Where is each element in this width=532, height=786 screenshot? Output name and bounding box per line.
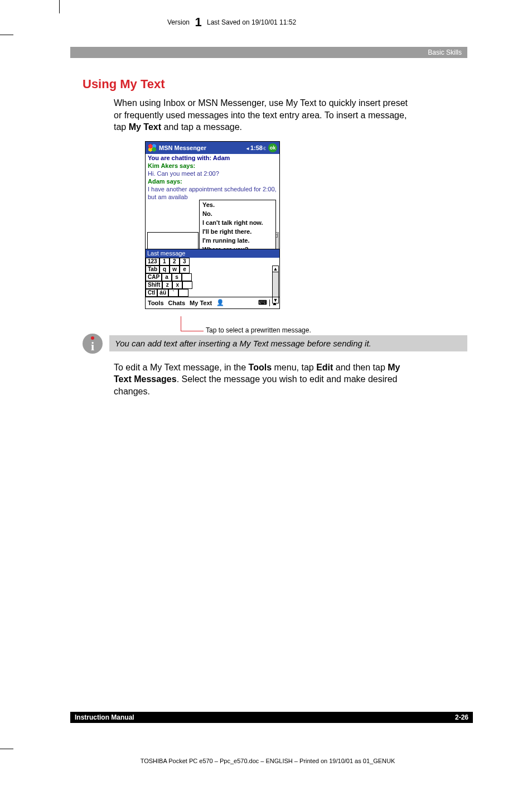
popup-item-cant-talk[interactable]: I can't talk right now. [200,218,275,227]
callout-text: Tap to select a prewritten message. [206,326,311,334]
key-ctl[interactable]: Ctl [146,289,157,297]
popup-item-where-are-you[interactable]: Where are you? [200,245,275,249]
intro-tail: and tap a message. [161,122,242,132]
mytext-popup: Yes. No. I can't talk right now. I'll be… [199,200,276,249]
scroll-up-icon[interactable]: ▲ [273,266,278,272]
last-message-label: Last message [146,249,279,258]
popup-item-be-right-there[interactable]: I'll be right there. [200,227,275,236]
last-saved: Last Saved on 19/10/01 11:52 [207,18,296,26]
chat-sender-2: Adam says: [146,177,279,185]
footer-print-line: TOSHIBA Pocket PC e570 – Ppc_e570.doc – … [112,758,424,764]
key-123[interactable]: 123 [146,258,159,266]
key-w[interactable]: w [170,266,180,273]
crop-mark [59,0,60,13]
clock: 1:58 [245,144,266,151]
key-blank-2[interactable] [182,281,192,289]
key-cap[interactable]: CAP [146,273,162,281]
section-band: Basic Skills [70,47,467,58]
menu-chats[interactable]: Chats [166,300,188,306]
popup-item-no[interactable]: No. [200,209,275,218]
menu-tools[interactable]: Tools [146,300,166,306]
footer-left: Instruction Manual [75,713,134,721]
p2-part1: To edit a My Text message, in the [114,363,249,372]
version-label: Version [167,18,190,26]
windows-flag-icon [148,144,157,152]
p2-part3: and then tap [333,363,388,372]
scroll-down-icon[interactable]: ▼ [273,297,278,303]
key-1[interactable]: 1 [159,258,170,266]
key-blank-1[interactable] [182,273,192,281]
p2-part2: menu, tap [272,363,316,372]
intro-bold-mytext: My Text [129,122,161,132]
chat-msg-1: Hi. Can you meet at 2:00? [146,170,279,177]
key-blank-3[interactable] [178,289,188,297]
keyboard-scrollbar[interactable]: ▲ ▼ [272,266,279,303]
key-x[interactable]: x [172,281,182,289]
key-q[interactable]: q [159,266,170,273]
version-number: 1 [191,15,205,29]
header-version: Version 1 Last Saved on 19/10/01 11:52 [167,13,379,28]
chat-with-label: You are chatting with: Adam [146,154,279,162]
ok-button[interactable]: ok [268,143,277,152]
message-input[interactable] [147,232,199,249]
chat-msg-2a: I have another appointment scheduled for… [146,185,279,193]
key-e[interactable]: e [180,266,190,273]
pda-screenshot: MSN Messenger 1:58 ok You are chatting w… [145,141,280,309]
key-s[interactable]: s [172,273,182,281]
p2-bold-edit: Edit [316,363,333,372]
keyboard-icon[interactable]: ⌨ [256,299,269,306]
popup-item-running-late[interactable]: I'm running late. [200,236,275,245]
footer-right: 2-26 [455,713,468,721]
key-z[interactable]: z [162,281,172,289]
chat-area: You are chatting with: Adam Kim Akers sa… [146,154,279,249]
pda-titlebar: MSN Messenger 1:58 ok [146,142,279,154]
page-heading: Using My Text [83,77,467,91]
buddy-icon[interactable]: 👤 [214,299,226,306]
key-2[interactable]: 2 [170,258,180,266]
callout-line [181,316,204,331]
p2-bold-tools: Tools [249,363,272,372]
crop-mark [0,749,13,749]
intro-paragraph: When using Inbox or MSN Messenger, use M… [114,97,415,133]
chat-sender-1: Kim Akers says: [146,162,279,170]
note-text: You can add text after inserting a My Te… [109,335,467,351]
key-tab[interactable]: Tab [146,266,159,273]
key-accent[interactable]: áü [157,289,168,297]
app-title: MSN Messenger [159,144,206,151]
crop-mark [0,35,13,35]
pda-bottom-bar: Tools Chats My Text 👤 ⌨ ▲ [146,297,279,308]
popup-item-yes[interactable]: Yes. [200,200,275,209]
key-3[interactable]: 3 [180,258,190,266]
soft-keyboard: Last message 123 1 2 3 Tab q w e CAP a s [146,249,279,297]
key-shift[interactable]: Shift [146,281,162,289]
key-a[interactable]: a [162,273,172,281]
menu-mytext[interactable]: My Text [187,300,214,306]
edit-paragraph: To edit a My Text message, in the Tools … [114,361,415,398]
key-backtick[interactable]: ` [168,289,178,297]
info-icon [83,334,103,354]
footer-bar: Instruction Manual 2-26 [70,712,473,723]
